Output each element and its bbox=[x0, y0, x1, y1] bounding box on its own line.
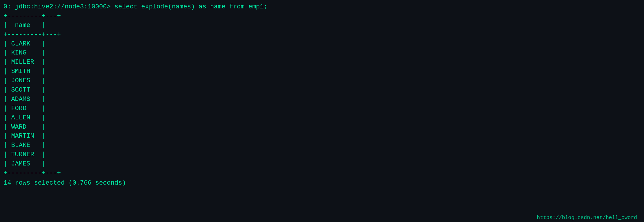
table-row: | SCOTT | bbox=[3, 85, 641, 95]
table-row: | TURNER | bbox=[3, 150, 641, 159]
table-row: | BLAKE | bbox=[3, 141, 641, 150]
separator-bottom: +---------+---+ bbox=[3, 169, 641, 178]
table-row: | MARTIN | bbox=[3, 132, 641, 141]
command-line: 0: jdbc:hive2://node3:10000> select expl… bbox=[3, 2, 641, 12]
table-row: | SMITH | bbox=[3, 67, 641, 76]
table-row: | FORD | bbox=[3, 104, 641, 113]
table-row: | MILLER | bbox=[3, 58, 641, 67]
status-line: 14 rows selected (0.766 seconds) bbox=[3, 179, 641, 188]
table-row: | CLARK | bbox=[3, 39, 641, 49]
separator-top: +---------+---+ bbox=[3, 12, 641, 21]
watermark: https://blog.csdn.net/hell_oword bbox=[537, 214, 637, 221]
table-row: | JAMES | bbox=[3, 159, 641, 169]
table-header: | name | bbox=[3, 21, 641, 30]
table-row: | ADAMS | bbox=[3, 95, 641, 104]
table-row: | KING | bbox=[3, 48, 641, 58]
table-row: | JONES | bbox=[3, 76, 641, 85]
table-rows: | CLARK || KING || MILLER || SMITH || JO… bbox=[3, 39, 641, 169]
table-row: | ALLEN | bbox=[3, 113, 641, 123]
table-row: | WARD | bbox=[3, 123, 641, 132]
separator-header: +---------+---+ bbox=[3, 30, 641, 39]
terminal-window: 0: jdbc:hive2://node3:10000> select expl… bbox=[3, 2, 641, 222]
